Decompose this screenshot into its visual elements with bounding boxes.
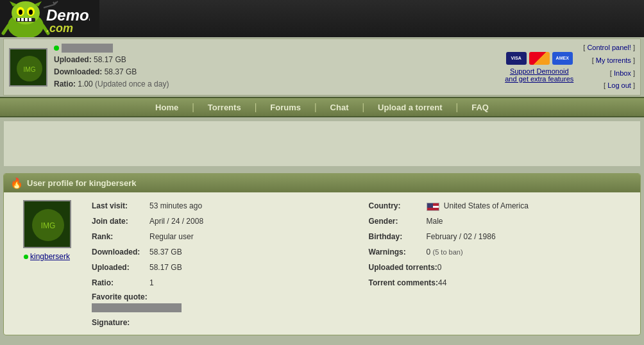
country-label: Country: <box>369 200 427 212</box>
profile-row-uploaded: Uploaded: 58.17 GB <box>92 262 356 273</box>
nav-sep-5: | <box>456 102 459 112</box>
header-downloaded-label: Downloaded: <box>54 67 102 76</box>
mastercard-icon <box>529 52 550 65</box>
my-torrents-link[interactable]: My torrents <box>596 56 631 64</box>
nav-chat[interactable]: Chat <box>318 99 361 116</box>
profile-title: User profile for kingberserk <box>27 178 137 188</box>
header-uploaded-value: 58.17 GB <box>94 55 126 64</box>
birthday-value: February / 02 / 1986 <box>427 231 496 242</box>
svg-rect-9 <box>17 18 20 21</box>
amex-icon: AMEX <box>552 52 573 65</box>
header-avatar: IMG <box>9 48 47 87</box>
header-stat-downloaded: Downloaded: 58.37 GB <box>54 66 505 78</box>
nav-torrents[interactable]: Torrents <box>196 99 253 116</box>
signature-label: Signature: <box>92 318 356 327</box>
profile-row-torrent-comments: Torrent comments: 44 <box>369 277 633 289</box>
profile-avatar: IMG <box>23 200 71 248</box>
header-username-box <box>62 44 113 53</box>
inbox-link-row: [ Inbox ] <box>583 67 635 80</box>
warnings-note: (5 to ban) <box>433 248 463 256</box>
my-torrents-link-row: [ My torrents ] <box>583 55 635 67</box>
header-ratio-value: 1.00 <box>78 80 92 88</box>
profile-row-last-visit: Last visit: 53 minutes ago <box>92 200 356 212</box>
header-downloaded-value: 58.37 GB <box>105 67 137 76</box>
profile-content: IMG kingberserk Last visit: 53 minutes a… <box>4 192 640 335</box>
inbox-link[interactable]: Inbox <box>614 69 631 77</box>
logo-dotcom-text: .com <box>46 22 73 35</box>
nav-forums[interactable]: Forums <box>258 99 313 116</box>
favorite-quote-label: Favorite quote: <box>92 292 356 301</box>
warnings-value: 0 (5 to ban) <box>427 246 463 258</box>
downloaded-label: Downloaded: <box>92 246 149 258</box>
payment-support-area: VISA AMEX Support Demonoid and get extra… <box>505 52 573 83</box>
header-user-stats: Uploaded: 58.17 GB Downloaded: 58.37 GB … <box>54 44 505 91</box>
downloaded-value: 58.37 GB <box>149 246 182 258</box>
site-header: Demonoid .com <box>0 0 644 37</box>
favorite-quote-section: Favorite quote: <box>92 292 356 314</box>
profile-row-birthday: Birthday: February / 02 / 1986 <box>369 231 633 242</box>
svg-rect-12 <box>29 18 31 21</box>
profile-col-left: Last visit: 53 minutes ago Join date: Ap… <box>92 200 356 327</box>
svg-line-18 <box>53 2 55 4</box>
usa-flag-icon <box>427 203 439 211</box>
svg-text:IMG: IMG <box>40 221 55 230</box>
support-demonoid-link[interactable]: Support Demonoid and get extra features <box>505 67 573 83</box>
svg-line-13 <box>3 26 8 33</box>
control-panel-link[interactable]: Control panel! <box>587 44 631 51</box>
nav-sep-2: | <box>255 102 257 112</box>
profile-box: 🔥 User profile for kingberserk IMG kingb… <box>3 173 641 335</box>
nav-sep-1: | <box>192 102 194 112</box>
header-stat-ratio: Ratio: 1.00 (Updated once a day) <box>54 78 505 90</box>
profile-row-rank: Rank: Regular user <box>92 231 356 242</box>
profile-left-panel: IMG kingberserk <box>12 200 82 327</box>
nav-home[interactable]: Home <box>143 99 191 116</box>
rank-label: Rank: <box>92 231 149 242</box>
advertisement-area <box>3 121 641 167</box>
main-navbar: Home | Torrents | Forums | Chat | Upload… <box>0 97 644 117</box>
header-uploaded-label: Uploaded: <box>54 55 92 64</box>
profile-col-right: Country: United States of America Gender… <box>369 200 633 327</box>
last-visit-value: 53 minutes ago <box>149 200 202 212</box>
main-content: 🔥 User profile for kingberserk IMG kingb… <box>0 170 644 339</box>
country-name: United States of America <box>444 201 529 210</box>
ratio-label: Ratio: <box>92 277 149 289</box>
profile-online-dot <box>24 255 28 259</box>
svg-point-6 <box>19 10 22 15</box>
torrent-comments-label: Torrent comments: <box>369 277 438 289</box>
user-bar: IMG Uploaded: 58.17 GB Downloaded: 58.37… <box>3 38 641 96</box>
birthday-label: Birthday: <box>369 231 427 242</box>
user-links: [ Control panel! ] [ My torrents ] [ Inb… <box>583 42 635 92</box>
profile-header: 🔥 User profile for kingberserk <box>4 174 640 192</box>
visa-icon: VISA <box>506 52 527 65</box>
svg-point-7 <box>29 10 33 15</box>
logout-link-row: [ Log out ] <box>583 80 635 92</box>
nav-faq[interactable]: FAQ <box>459 99 501 116</box>
uploaded-torrents-value: 0 <box>437 262 442 273</box>
torrent-comments-value: 44 <box>438 277 446 289</box>
logo-mascot-svg: Demonoid .com <box>0 0 90 37</box>
profile-username-display: kingberserk <box>24 252 70 261</box>
profile-row-downloaded: Downloaded: 58.37 GB <box>92 246 356 258</box>
join-date-value: April / 24 / 2008 <box>149 215 203 227</box>
logout-link[interactable]: Log out <box>607 81 631 89</box>
flame-icon: 🔥 <box>10 177 23 189</box>
svg-rect-10 <box>21 18 24 21</box>
profile-row-join-date: Join date: April / 24 / 2008 <box>92 215 356 227</box>
nav-upload[interactable]: Upload a torrent <box>366 99 454 116</box>
profile-username-link[interactable]: kingberserk <box>30 252 70 261</box>
profile-row-gender: Gender: Male <box>369 215 633 227</box>
uploaded-torrents-label: Uploaded torrents: <box>369 262 437 273</box>
profile-row-uploaded-torrents: Uploaded torrents: 0 <box>369 262 633 273</box>
country-value: United States of America <box>427 200 529 212</box>
nav-sep-3: | <box>314 102 317 112</box>
quote-text-redacted <box>92 303 182 312</box>
rank-value: Regular user <box>149 231 194 242</box>
header-ratio-note: (Updated once a day) <box>95 80 169 88</box>
header-username-row <box>54 44 505 53</box>
header-online-indicator <box>54 46 59 51</box>
ratio-value: 1 <box>149 277 154 289</box>
logo-area: Demonoid .com <box>0 0 99 37</box>
warnings-label: Warnings: <box>369 246 427 258</box>
nav-sep-4: | <box>362 102 364 112</box>
header-stat-uploaded: Uploaded: 58.17 GB <box>54 54 505 66</box>
